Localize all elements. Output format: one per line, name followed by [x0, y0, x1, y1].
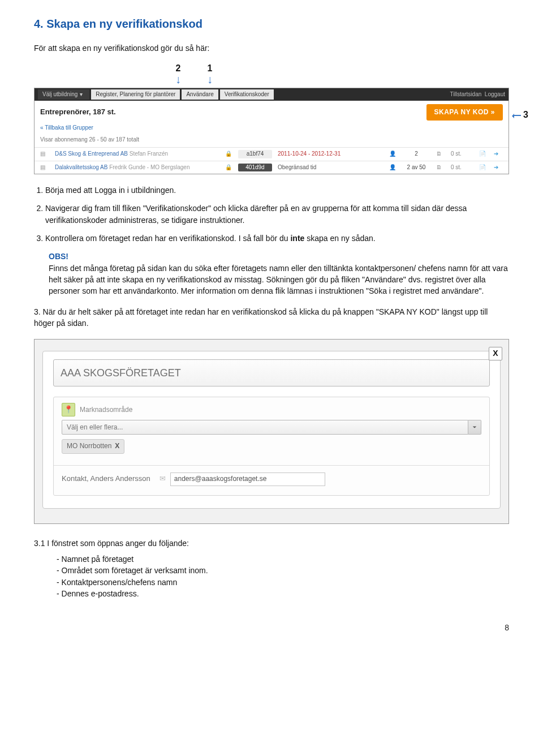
note-icon: 📄: [479, 164, 488, 172]
arrow-down-icon: ↓: [175, 75, 181, 84]
file-icon: 🗎: [436, 164, 445, 172]
obs-block: OBS! Finns det många företag på sidan ka…: [49, 251, 509, 297]
contact-name-input[interactable]: Kontakt, Anders Andersson: [62, 474, 150, 485]
contact-email-input[interactable]: anders@aaaskogsforetaget.se: [170, 472, 325, 486]
market-area-select[interactable]: Välj en eller flera...: [62, 420, 481, 435]
arrow-right-icon[interactable]: ➔: [494, 164, 503, 172]
callout-arrows: 2 ↓ 1 ↓: [34, 62, 509, 86]
note-icon: 📄: [479, 150, 488, 158]
selected-chip[interactable]: MO NorrbottenX: [62, 439, 124, 453]
date-range: 2011-10-24 - 2012-12-31: [278, 150, 346, 158]
section-title: 4. Skapa en ny verifikationskod: [34, 16, 509, 32]
page-number: 8: [34, 622, 509, 633]
market-area-card: 📍 Marknadsområde Välj en eller flera... …: [53, 397, 490, 495]
select-value: Välj en eller flera...: [62, 420, 468, 435]
close-button[interactable]: X: [489, 347, 502, 360]
list-item: Namnet på företaget: [57, 553, 509, 565]
arrow-right-icon[interactable]: ➔: [494, 150, 503, 158]
intro-text: För att skapa en ny verifikationskod gör…: [34, 42, 509, 54]
result-count: Visar abonnemang 26 - 50 av 187 totalt: [35, 135, 508, 148]
lock-icon: 🔒: [225, 164, 232, 172]
tab-register[interactable]: Register, Planering för plantörer: [91, 89, 180, 100]
instruction-list: Börja med att Logga in i utbildningen. N…: [34, 184, 509, 244]
nav-right-links[interactable]: Tillstartsidan Loggaut: [450, 91, 505, 99]
field-list: Namnet på företaget Området som företage…: [34, 553, 509, 599]
list-item: Området som företaget är verksamt inom.: [57, 565, 509, 576]
skapa-ny-kod-button[interactable]: SKAPA NY KOD »: [426, 104, 503, 121]
map-icon: 📍: [62, 403, 75, 416]
step-3-1-block: 3.1 I fönstret som öppnas anger du följa…: [34, 538, 509, 599]
tab-verifikationskoder[interactable]: Verifikationskoder: [220, 89, 274, 100]
step-2: Navigerar dig fram till fliken "Verifika…: [45, 203, 509, 226]
lock-icon: 🔒: [225, 150, 232, 158]
mail-icon: ✉: [160, 474, 166, 484]
step-1: Börja med att Logga in i utbildningen.: [45, 184, 509, 196]
page-title: Entreprenörer, 187 st.: [40, 107, 116, 118]
top-nav: Välj utbildning▾ Register, Planering för…: [35, 88, 508, 101]
date-range: Obegränsad tid: [278, 164, 346, 172]
create-code-dialog: X AAA SKOGSFÖRETAGET 📍 Marknadsområde Vä…: [42, 351, 501, 508]
table-row[interactable]: ▤ Dalakvalitetsskog AB Fredrik Gunde - M…: [35, 161, 508, 174]
table-row[interactable]: ▤ D&S Skog & Entreprenad AB Stefan Franz…: [35, 147, 508, 161]
company-name-input[interactable]: AAA SKOGSFÖRETAGET: [53, 359, 490, 386]
list-item: Dennes e-postadress.: [57, 588, 509, 599]
code-badge: 401d9d: [238, 164, 272, 172]
arrow-down-icon: ↓: [207, 75, 213, 84]
step-3-1-lead: 3.1 I fönstret som öppnas anger du följa…: [34, 538, 509, 549]
obs-body: Finns det många företag på sidan kan du …: [49, 263, 509, 297]
list-item: Kontaktpersonens/chefens namn: [57, 577, 509, 588]
user-icon: 👤: [389, 150, 397, 158]
tab-anvandare[interactable]: Användare: [182, 89, 218, 100]
page-icon: ▤: [40, 164, 49, 172]
file-icon: 🗎: [436, 150, 445, 158]
obs-title: OBS!: [49, 251, 509, 262]
arrow-left-icon: [513, 115, 521, 116]
tab-utbildning[interactable]: Välj utbildning▾: [38, 89, 89, 100]
market-area-label: Marknadsområde: [80, 405, 132, 415]
callout-num-3: 3: [513, 108, 528, 121]
screenshot-dialog: X AAA SKOGSFÖRETAGET 📍 Marknadsområde Vä…: [34, 339, 509, 523]
back-link[interactable]: « Tillbaka till Grupper: [40, 124, 93, 131]
divider: [54, 465, 489, 466]
page-icon: ▤: [40, 150, 49, 158]
step-3-check: Kontrollera om företaget redan har en ve…: [45, 233, 509, 244]
remove-chip-icon[interactable]: X: [115, 441, 119, 451]
user-icon: 👤: [389, 164, 397, 172]
screenshot-app-list: Välj utbildning▾ Register, Planering för…: [34, 88, 509, 174]
step-3-action: 3. När du är helt säker på att företaget…: [34, 306, 509, 329]
chevron-down-icon[interactable]: [468, 420, 481, 435]
code-badge: a1bf74: [238, 150, 272, 158]
